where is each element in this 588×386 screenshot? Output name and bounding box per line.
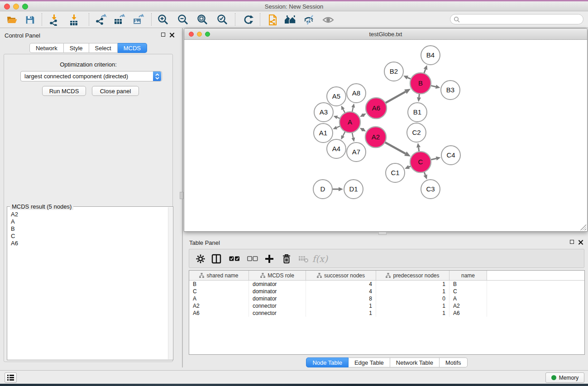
tab-edge-table[interactable]: Edge Table xyxy=(349,357,390,367)
horizontal-splitter-grip[interactable] xyxy=(378,232,387,235)
graph-edge-C-C2[interactable] xyxy=(419,148,419,152)
close-panel-icon[interactable] xyxy=(169,33,174,38)
refresh-icon[interactable] xyxy=(240,12,256,27)
cell-predecessor-nodes[interactable]: 1 xyxy=(376,281,449,288)
function-builder-icon[interactable]: f(x) xyxy=(312,251,328,267)
cell-mcds-role[interactable]: dominator xyxy=(249,288,306,295)
table-row[interactable]: A6connector11A6 xyxy=(189,310,584,317)
result-item[interactable]: A xyxy=(11,218,18,225)
zoom-fit-icon[interactable] xyxy=(195,12,211,27)
tab-network[interactable]: Network xyxy=(29,43,64,53)
vertical-splitter-grip[interactable] xyxy=(180,192,183,199)
result-item[interactable]: B xyxy=(11,225,18,233)
graph-edge-A-A8[interactable] xyxy=(352,107,353,112)
delete-table-icon[interactable] xyxy=(296,251,311,267)
result-item[interactable]: A2 xyxy=(11,211,18,218)
tab-style[interactable]: Style xyxy=(64,43,89,53)
graph-edge-A6-B[interactable] xyxy=(385,92,406,103)
graph-edge-C-C4[interactable] xyxy=(430,158,436,160)
tab-motifs[interactable]: Motifs xyxy=(440,357,468,367)
export-network-icon[interactable] xyxy=(93,12,109,27)
window-resize-grip[interactable] xyxy=(580,224,586,230)
cell-mcds-role[interactable]: connector xyxy=(249,302,306,310)
cell-shared-name[interactable]: B xyxy=(189,281,249,288)
column-header-predecessor-nodes[interactable]: predecessor nodes xyxy=(376,271,449,280)
result-scrollbar[interactable] xyxy=(168,207,172,359)
close-panel-button[interactable]: Close panel xyxy=(92,86,139,96)
cell-successor-nodes[interactable]: 8 xyxy=(306,295,376,302)
table-row[interactable]: Bdominator41B xyxy=(189,281,584,288)
zoom-selected-icon[interactable] xyxy=(215,12,231,27)
close-table-panel-icon[interactable] xyxy=(578,240,583,245)
cell-mcds-role[interactable]: connector xyxy=(249,310,306,317)
cell-name[interactable]: A2 xyxy=(449,302,487,310)
column-header-shared-name[interactable]: shared name xyxy=(189,271,249,280)
new-network-from-file-icon[interactable] xyxy=(264,12,281,27)
zoom-in-icon[interactable] xyxy=(155,12,172,27)
save-session-icon[interactable] xyxy=(22,12,38,27)
table-settings-icon[interactable] xyxy=(193,251,208,267)
hide-others-icon[interactable] xyxy=(301,12,317,27)
show-eye-icon[interactable] xyxy=(320,12,336,27)
tab-node-table[interactable]: Node Table xyxy=(306,357,349,367)
network-window-titlebar[interactable]: testGlobe.txt xyxy=(184,29,587,40)
zoom-out-icon[interactable] xyxy=(175,12,191,27)
graph-edge-A-A4[interactable] xyxy=(343,132,345,136)
cell-successor-nodes[interactable]: 4 xyxy=(306,288,376,295)
column-header-name[interactable]: name xyxy=(449,271,487,280)
cell-mcds-role[interactable]: dominator xyxy=(249,281,306,288)
graph-edge-B-B1[interactable] xyxy=(419,94,420,97)
cell-successor-nodes[interactable]: 4 xyxy=(306,281,376,288)
cell-predecessor-nodes[interactable]: 1 xyxy=(376,288,449,295)
cell-name[interactable]: B xyxy=(449,281,487,288)
result-item[interactable]: C xyxy=(11,233,18,240)
select-all-icon[interactable] xyxy=(227,251,242,267)
combo-spinner-icon[interactable] xyxy=(153,71,161,81)
cell-shared-name[interactable]: A xyxy=(189,295,249,302)
cell-successor-nodes[interactable]: 1 xyxy=(306,302,376,310)
cell-predecessor-nodes[interactable]: 1 xyxy=(376,310,449,317)
tab-network-table[interactable]: Network Table xyxy=(390,357,440,367)
cell-successor-nodes[interactable]: 1 xyxy=(306,310,376,317)
table-row[interactable]: Cdominator41C xyxy=(189,288,584,295)
delete-column-icon[interactable] xyxy=(279,251,294,267)
import-network-icon[interactable] xyxy=(46,12,62,27)
import-table-icon[interactable] xyxy=(66,12,82,27)
cell-predecessor-nodes[interactable]: 0 xyxy=(376,295,449,302)
column-header-successor-nodes[interactable]: successor nodes xyxy=(306,271,376,280)
result-item[interactable]: A6 xyxy=(11,240,18,247)
graph-edge-A-A1[interactable] xyxy=(337,126,340,128)
tab-mcds[interactable]: MCDS xyxy=(118,43,147,53)
graph-edge-B-B3[interactable] xyxy=(430,86,435,87)
cell-name[interactable]: C xyxy=(449,288,487,295)
export-image-icon[interactable] xyxy=(130,12,146,27)
network-graph[interactable]: B4B2BB3A8A5A6A3B1AC2A1A2A4A7C4CC1C3DD1 xyxy=(184,40,587,232)
show-columns-icon[interactable] xyxy=(209,251,224,267)
table-row[interactable]: Adominator80A xyxy=(189,295,584,302)
graph-edge-A-A7[interactable] xyxy=(352,132,354,138)
toolbar-search-field[interactable] xyxy=(450,14,583,24)
cell-predecessor-nodes[interactable]: 1 xyxy=(376,302,449,310)
cell-shared-name[interactable]: C xyxy=(189,288,249,295)
float-table-panel-icon[interactable] xyxy=(570,240,574,244)
network-canvas[interactable]: B4B2BB3A8A5A6A3B1AC2A1A2A4A7C4CC1C3DD1 xyxy=(184,40,587,231)
graph-edge-B-B2[interactable] xyxy=(407,77,411,79)
home-icon[interactable] xyxy=(282,12,298,27)
graph-edge-A-A5[interactable] xyxy=(343,109,345,113)
cell-shared-name[interactable]: A6 xyxy=(189,310,249,317)
graph-edge-A2-C[interactable] xyxy=(385,142,406,153)
table-row[interactable]: A2connector11A2 xyxy=(189,302,584,310)
cell-mcds-role[interactable]: dominator xyxy=(249,295,306,302)
run-mcds-button[interactable]: Run MCDS xyxy=(42,86,86,96)
memory-button[interactable]: Memory xyxy=(545,372,584,383)
open-session-icon[interactable] xyxy=(4,12,20,27)
float-panel-icon[interactable] xyxy=(161,33,165,37)
search-input[interactable] xyxy=(460,15,583,24)
graph-edge-B-B4[interactable] xyxy=(424,69,425,73)
tab-select[interactable]: Select xyxy=(89,43,118,53)
cell-shared-name[interactable]: A2 xyxy=(189,302,249,310)
task-history-button[interactable] xyxy=(5,372,17,383)
column-header-mcds-role[interactable]: MCDS role xyxy=(249,271,306,280)
cell-name[interactable]: A6 xyxy=(449,310,487,317)
export-table-icon[interactable] xyxy=(111,12,127,27)
